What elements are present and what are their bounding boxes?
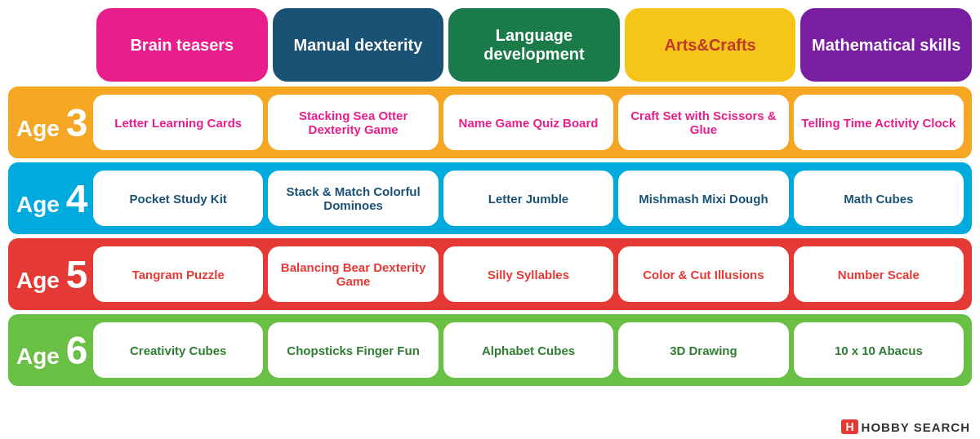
product-cell-age3-3[interactable]: Craft Set with Scissors & Glue <box>618 95 788 150</box>
product-cell-age3-2[interactable]: Name Game Quiz Board <box>443 95 613 150</box>
logo-text: HOBBY SEARCH <box>862 420 970 434</box>
product-cell-age3-0[interactable]: Letter Learning Cards <box>93 95 263 150</box>
product-cell-age4-4[interactable]: Math Cubes <box>794 171 964 226</box>
product-cell-age6-1[interactable]: Chopsticks Finger Fun <box>268 322 438 378</box>
product-cell-age6-4[interactable]: 10 x 10 Abacus <box>794 322 964 378</box>
product-cell-age6-2[interactable]: Alphabet Cubes <box>443 322 613 378</box>
product-cell-age5-2[interactable]: Silly Syllables <box>443 246 613 302</box>
header-cell-brain: Brain teasers <box>96 8 268 82</box>
age-label-5: Age 5 <box>16 252 88 297</box>
product-cell-age5-1[interactable]: Balancing Bear Dexterity Game <box>268 246 438 302</box>
age-row-3: Age 3Letter Learning CardsStacking Sea O… <box>8 86 972 158</box>
product-cell-age6-0[interactable]: Creativity Cubes <box>93 322 263 378</box>
age-row-4: Age 4Pocket Study KitStack & Match Color… <box>8 162 972 234</box>
product-cell-age3-4[interactable]: Telling Time Activity Clock <box>794 95 964 150</box>
age-label-4: Age 4 <box>16 176 88 221</box>
age-row-5: Age 5Tangram PuzzleBalancing Bear Dexter… <box>8 238 972 310</box>
product-cell-age5-0[interactable]: Tangram Puzzle <box>93 246 263 302</box>
product-cell-age4-0[interactable]: Pocket Study Kit <box>93 171 263 226</box>
product-cell-age5-4[interactable]: Number Scale <box>794 246 964 302</box>
logo-area: H HOBBY SEARCH <box>841 419 970 434</box>
product-cell-age5-3[interactable]: Color & Cut Illusions <box>618 246 788 302</box>
product-cell-age3-1[interactable]: Stacking Sea Otter Dexterity Game <box>268 95 438 150</box>
header-cell-manual: Manual dexterity <box>273 8 444 82</box>
header-cell-arts: Arts&Crafts <box>625 8 796 82</box>
logo-h-icon: H <box>841 419 858 434</box>
age-row-6: Age 6Creativity CubesChopsticks Finger F… <box>8 314 972 386</box>
product-cell-age6-3[interactable]: 3D Drawing <box>618 322 788 378</box>
product-cell-age4-2[interactable]: Letter Jumble <box>443 171 613 226</box>
header-row: Brain teasersManual dexterityLanguage de… <box>8 8 972 82</box>
age-label-6: Age 6 <box>16 328 88 373</box>
main-container: Brain teasersManual dexterityLanguage de… <box>0 0 980 394</box>
product-cell-age4-1[interactable]: Stack & Match Colorful Dominoes <box>268 171 438 226</box>
header-cell-math: Mathematical skills <box>800 8 972 82</box>
product-cell-age4-3[interactable]: Mishmash Mixi Dough <box>618 171 788 226</box>
age-label-3: Age 3 <box>16 100 88 145</box>
header-cell-language: Language development <box>448 8 620 82</box>
